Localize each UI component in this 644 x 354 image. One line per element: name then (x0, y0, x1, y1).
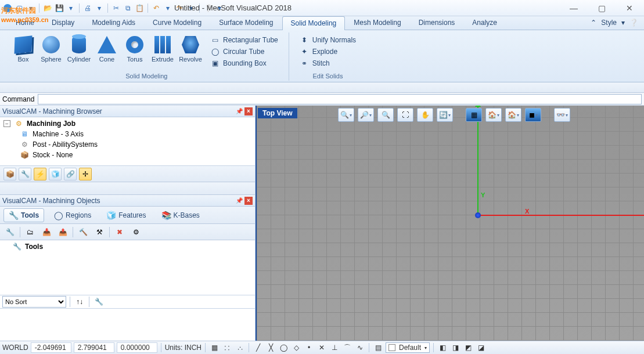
obj-tb-4[interactable]: 📤 (56, 226, 69, 239)
osnap-end-icon[interactable]: ╱ (253, 342, 263, 353)
ribbon-help-icon[interactable]: ❔ (629, 19, 638, 27)
tree-root-row[interactable]: − ⚙ Machining Job (2, 118, 253, 129)
zoom-in-button[interactable]: 🔎▾ (358, 108, 374, 122)
pin-icon[interactable]: 📌 (235, 107, 243, 115)
tb-btn-3[interactable]: ⚡ (34, 168, 46, 180)
obj-tb-7[interactable]: ✖ (113, 226, 126, 239)
tab-mesh-modeling[interactable]: Mesh Modeling (345, 16, 409, 30)
sort-select[interactable]: No Sort (2, 296, 66, 308)
command-input[interactable] (38, 94, 642, 104)
sort-tool-button[interactable]: 🔧 (93, 296, 105, 308)
copy-icon[interactable]: ⧉ (123, 3, 133, 13)
circular-tube-button[interactable]: ◯Circular Tube (208, 46, 280, 57)
tab-kbases[interactable]: 📚K-Bases (156, 208, 205, 222)
obj-tb-5[interactable]: 🔨 (77, 226, 89, 239)
tb-btn-4[interactable]: 🧊 (49, 168, 62, 180)
cut-icon[interactable]: ✂ (111, 3, 121, 13)
viewport[interactable]: X Y Top View 🔍▾ 🔎▾ 🔍 ⛶ ✋ 🔄▾ ▦ 🏠▾ 🏠▾ ◼▾ 👓… (256, 106, 644, 341)
osnap-point-icon[interactable]: • (304, 342, 314, 353)
grid-toggle-icon[interactable]: ▦ (209, 342, 220, 353)
undo-drop-icon[interactable]: ▾ (163, 3, 173, 13)
sphere-button[interactable]: Sphere (38, 34, 64, 70)
snap-icon[interactable]: ⸬ (222, 342, 232, 353)
osnap-perp-icon[interactable]: ⊥ (329, 342, 340, 353)
home-view-button[interactable]: 🏠▾ (505, 108, 521, 122)
shade-button[interactable]: ◼▾ (525, 108, 541, 122)
sb-tool-3[interactable]: ◩ (463, 342, 473, 353)
sort-asc-button[interactable]: ↑↓ (74, 296, 85, 308)
extrude-button[interactable]: Extrude (150, 34, 175, 70)
tab-dimensions[interactable]: Dimensions (410, 16, 464, 30)
tree-node-post[interactable]: ⚙Post - AbilitySystems (2, 139, 253, 150)
tab-surface-modeling[interactable]: Surface Modeling (210, 16, 282, 30)
ribbon-minimize-icon[interactable]: ⌃ (591, 19, 596, 27)
osnap-quad-icon[interactable]: ◇ (291, 342, 301, 353)
tab-regions[interactable]: ◯Regions (49, 208, 96, 222)
collapse-icon[interactable]: − (3, 120, 10, 127)
tab-solid-modeling[interactable]: Solid Modeling (282, 16, 346, 30)
layer-icon[interactable]: ▤ (373, 342, 383, 353)
print-icon[interactable]: 🖨 (82, 3, 93, 13)
layer-combo[interactable]: Default ▾ (386, 342, 430, 353)
pin-icon[interactable]: 📌 (235, 197, 243, 205)
close-button[interactable]: ✕ (621, 3, 638, 13)
tab-curve-modeling[interactable]: Curve Modeling (144, 16, 210, 30)
tb-btn-1[interactable]: 📦 (3, 168, 16, 180)
new-drop-icon[interactable]: ▾ (26, 3, 36, 13)
obj-tb-1[interactable]: 🔧 (3, 226, 16, 239)
orbit-button[interactable]: 🔄▾ (437, 108, 453, 122)
sb-tool-1[interactable]: ◧ (437, 342, 448, 353)
tools-tree-root[interactable]: 🔧 Tools (3, 243, 251, 251)
maximize-button[interactable]: ▢ (593, 3, 610, 13)
save-icon[interactable]: 💾 (54, 3, 64, 13)
tab-features[interactable]: 🧊Features (101, 208, 151, 222)
zoom-extents-button[interactable]: ⛶ (397, 108, 413, 122)
panel-close-button[interactable]: × (244, 197, 253, 205)
tree-node-stock[interactable]: 📦Stock - None (2, 150, 253, 160)
new-icon[interactable]: ▢ (14, 3, 24, 13)
rectangular-tube-button[interactable]: ▭Rectangular Tube (208, 35, 280, 45)
revolve-button[interactable]: Revolve (178, 34, 203, 70)
iso-view-button[interactable]: 🏠▾ (485, 108, 502, 122)
app-icon[interactable] (2, 3, 13, 13)
open-icon[interactable]: 📂 (42, 3, 53, 13)
obj-tb-6[interactable]: ⚒ (93, 226, 106, 239)
tab-modeling-aids[interactable]: Modeling Aids (83, 16, 144, 30)
osnap-cen-icon[interactable]: ◯ (278, 342, 289, 353)
zoom-out-button[interactable]: 🔍▾ (338, 108, 354, 122)
zoom-window-button[interactable]: 🔍 (377, 108, 394, 122)
explode-button[interactable]: ✦Explode (297, 46, 358, 57)
osnap-tan-icon[interactable]: ⌒ (342, 342, 352, 353)
pan-button[interactable]: ✋ (417, 108, 433, 122)
unify-normals-button[interactable]: ⬍Unify Normals (297, 35, 358, 45)
view-label[interactable]: Top View (258, 108, 297, 118)
tb-btn-2[interactable]: 🔧 (19, 168, 31, 180)
cone-button[interactable]: Cone (94, 34, 120, 70)
cylinder-button[interactable]: Cylinder (66, 34, 92, 70)
print-drop-icon[interactable]: ▾ (94, 3, 105, 13)
paste-icon[interactable]: 📋 (134, 3, 145, 13)
sb-tool-4[interactable]: ◪ (476, 342, 486, 353)
tb-btn-6[interactable]: ✢ (79, 168, 92, 180)
bounding-box-button[interactable]: ▣Bounding Box (208, 58, 280, 68)
style-menu[interactable]: Style (601, 19, 617, 27)
osnap-int-icon[interactable]: ✕ (316, 342, 327, 353)
obj-tb-2[interactable]: 🗂 (24, 226, 37, 239)
stitch-button[interactable]: ⚭Stitch (297, 58, 358, 68)
tab-tools[interactable]: 🔧Tools (3, 208, 44, 222)
obj-tb-8[interactable]: ⚙ (129, 226, 142, 239)
box-button[interactable]: Box (10, 34, 36, 70)
sb-tool-2[interactable]: ◨ (450, 342, 460, 353)
minimize-button[interactable]: — (565, 3, 582, 13)
osnap-near-icon[interactable]: ∿ (355, 342, 365, 353)
style-menu-drop-icon[interactable]: ▾ (621, 19, 625, 27)
obj-tb-3[interactable]: 📥 (40, 226, 53, 239)
tab-home[interactable]: Home (7, 16, 43, 30)
glasses-button[interactable]: 👓▾ (554, 108, 570, 122)
osnap-mid-icon[interactable]: ╳ (265, 342, 276, 353)
tree-node-machine[interactable]: 🖥Machine - 3 Axis (2, 129, 253, 139)
torus-button[interactable]: Torus (122, 34, 147, 70)
tb-btn-5[interactable]: 🔗 (64, 168, 77, 180)
tab-display[interactable]: Display (43, 16, 83, 30)
tab-analyze[interactable]: Analyze (463, 16, 506, 30)
